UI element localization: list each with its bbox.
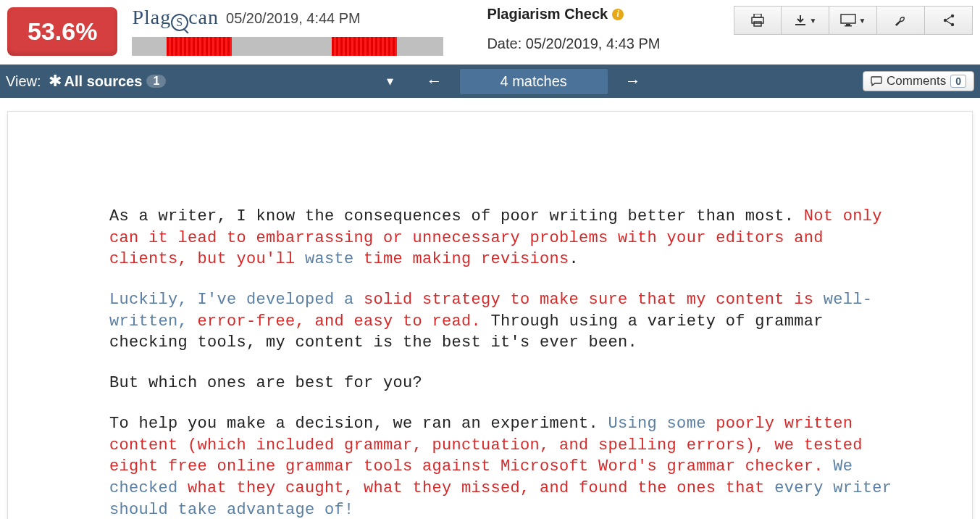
paragraph: But which ones are best for you? [109, 373, 900, 394]
svg-rect-5 [846, 24, 850, 25]
expand-chevron[interactable]: ▾ [371, 73, 409, 89]
paragraph: Luckily, I've developed a solid strategy… [109, 289, 900, 354]
svg-point-8 [950, 14, 953, 17]
matches-button[interactable]: 4 matches [460, 69, 608, 94]
match-highlight[interactable]: solid strategy to make sure that my cont… [364, 291, 824, 309]
share-icon [942, 13, 956, 28]
monitor-icon [840, 14, 856, 27]
plagiarism-segment [167, 37, 232, 56]
match-highlight[interactable]: time making revisions [364, 250, 569, 268]
caret-down-icon: ▼ [859, 17, 866, 25]
comment-icon [871, 76, 882, 86]
match-highlight[interactable]: Using some [608, 415, 716, 433]
check-info: Plagiarism Check i Date: 05/20/2019, 4:4… [487, 6, 660, 52]
view-navbar: View: ✱ All sources 1 ▾ ← 4 matches → Co… [0, 65, 980, 98]
info-icon[interactable]: i [612, 9, 624, 20]
document-page: As a writer, I know the consequences of … [7, 111, 973, 519]
plagiarism-percentage-badge: 53.6% [7, 7, 117, 56]
svg-rect-4 [841, 14, 855, 23]
wrench-icon [894, 13, 908, 28]
print-button[interactable] [734, 6, 782, 35]
asterisk-icon: ✱ [49, 72, 62, 91]
svg-point-7 [943, 19, 946, 22]
download-icon [794, 14, 807, 27]
comments-button[interactable]: Comments 0 [863, 71, 974, 91]
check-title: Plagiarism Check i [487, 6, 660, 22]
toolbar: ▼ ▼ [734, 6, 973, 35]
svg-rect-3 [795, 24, 805, 25]
brand-column: PlagScan 05/20/2019, 4:44 PM [132, 6, 443, 56]
plagiarism-segment [332, 37, 397, 56]
upload-timestamp: 05/20/2019, 4:44 PM [226, 10, 361, 27]
share-button[interactable] [925, 6, 973, 35]
match-highlight[interactable]: what they caught, what they missed, and … [188, 479, 774, 497]
header-bar: 53.6% PlagScan 05/20/2019, 4:44 PM Plagi… [0, 0, 980, 65]
match-highlight[interactable]: waste [305, 250, 364, 268]
caret-down-icon: ▼ [810, 17, 817, 25]
download-button[interactable]: ▼ [782, 6, 829, 35]
plagiarism-bar [132, 37, 443, 56]
next-match-arrow[interactable]: → [608, 72, 658, 91]
settings-button[interactable] [877, 6, 925, 35]
source-count-badge: 1 [146, 75, 166, 88]
match-highlight[interactable]: Luckily, I've developed a [109, 291, 364, 309]
document-container: As a writer, I know the consequences of … [0, 98, 980, 519]
paragraph: As a writer, I know the consequences of … [109, 206, 900, 270]
view-label: View: [6, 73, 41, 90]
brand-logo: PlagScan [132, 6, 219, 31]
comments-count: 0 [950, 75, 966, 88]
prev-match-arrow[interactable]: ← [409, 72, 460, 91]
svg-rect-6 [845, 25, 852, 27]
screen-button[interactable]: ▼ [829, 6, 877, 35]
print-icon [750, 14, 765, 27]
svg-rect-2 [754, 22, 761, 26]
match-highlight[interactable]: error-free, and easy to read. [198, 312, 491, 331]
svg-point-9 [950, 23, 953, 26]
all-sources-toggle[interactable]: All sources [64, 73, 143, 90]
paragraph: To help you make a decision, we ran an e… [109, 413, 900, 519]
check-date: Date: 05/20/2019, 4:43 PM [487, 36, 660, 52]
